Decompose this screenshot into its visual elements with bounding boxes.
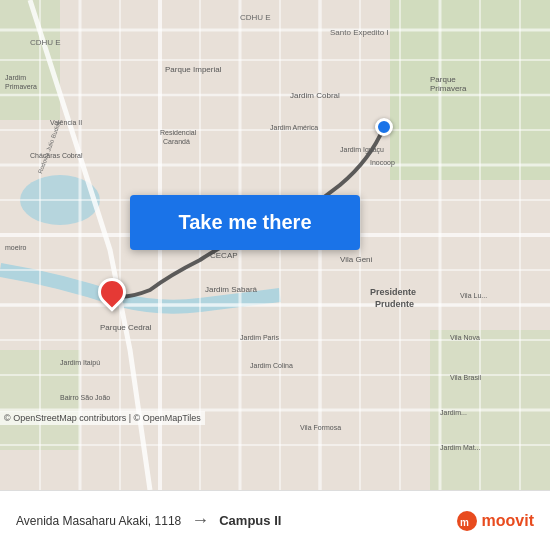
svg-text:Jardim: Jardim [5,74,26,81]
svg-text:Jardim Mat...: Jardim Mat... [440,444,481,451]
svg-text:Jardim Sabará: Jardim Sabará [205,285,258,294]
svg-text:Vila Brasil: Vila Brasil [450,374,481,381]
moovit-brand: moovit [482,512,534,530]
svg-text:Vila Formosa: Vila Formosa [300,424,341,431]
svg-text:Jardim Cobral: Jardim Cobral [290,91,340,100]
svg-text:CDHU E: CDHU E [30,38,61,47]
svg-text:Prudente: Prudente [375,299,414,309]
moovit-logo: m moovit [456,510,534,532]
svg-text:Inocoop: Inocoop [370,159,395,167]
map-container: CDHU E CDHU E Santo Expedito I Jardim Pr… [0,0,550,490]
svg-text:Vila Lu...: Vila Lu... [460,292,487,299]
svg-rect-1 [390,0,550,180]
svg-text:Vila Geni: Vila Geni [340,255,373,264]
bottom-bar: Avenida Masaharu Akaki, 1118 → Campus II… [0,490,550,550]
svg-text:Primavera: Primavera [430,84,467,93]
route-from: Avenida Masaharu Akaki, 1118 [16,514,181,528]
destination-pin [375,118,393,136]
moovit-logo-icon: m [456,510,478,532]
svg-text:Carandá: Carandá [163,138,190,145]
svg-text:Parque Imperial: Parque Imperial [165,65,222,74]
svg-text:Jardim Paris: Jardim Paris [240,334,279,341]
svg-text:Parque: Parque [430,75,456,84]
svg-text:CDHU E: CDHU E [240,13,271,22]
svg-text:Presidente: Presidente [370,287,416,297]
svg-text:Santo Expedito I: Santo Expedito I [330,28,389,37]
svg-text:moeiro: moeiro [5,244,27,251]
svg-text:Bairro São João: Bairro São João [60,394,110,401]
svg-text:Jardim Iguaçu: Jardim Iguaçu [340,146,384,154]
take-me-there-button[interactable]: Take me there [130,195,360,250]
svg-text:CECAP: CECAP [210,251,238,260]
svg-text:Jardim Colina: Jardim Colina [250,362,293,369]
svg-text:Jardim...: Jardim... [440,409,467,416]
svg-text:m: m [460,517,469,528]
svg-text:Residencial: Residencial [160,129,197,136]
svg-text:Vila Nova: Vila Nova [450,334,480,341]
svg-text:Chácaras Cobral: Chácaras Cobral [30,152,83,159]
route-to: Campus II [219,513,281,528]
osm-attribution: © OpenStreetMap contributors | © OpenMap… [0,411,205,425]
route-arrow: → [191,510,209,531]
origin-pin [98,278,122,308]
svg-text:Primavera: Primavera [5,83,37,90]
svg-text:Jardim América: Jardim América [270,124,318,131]
svg-text:Jardim Itaipú: Jardim Itaipú [60,359,100,367]
svg-text:Parque Cedral: Parque Cedral [100,323,152,332]
